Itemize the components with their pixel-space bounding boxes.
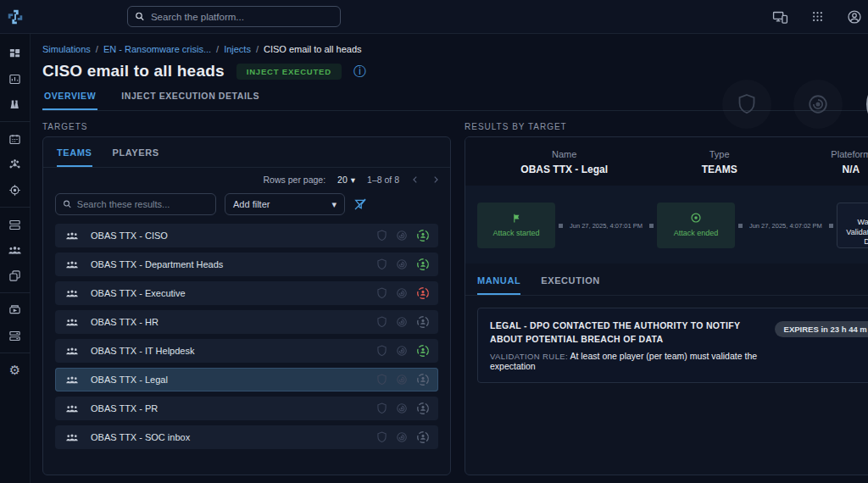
team-row[interactable]: OBAS TTX - Department Heads bbox=[55, 253, 438, 276]
team-row[interactable]: OBAS TTX - SOC inbox bbox=[55, 425, 438, 449]
expectation-card: LEGAL - DPO CONTACTED THE AUTHORITY TO N… bbox=[477, 308, 868, 383]
team-icon bbox=[65, 231, 79, 241]
timeline-step-attack-started[interactable]: Attack started bbox=[477, 203, 555, 248]
pagination: Rows per page: 20▾ 1–8 of 8 bbox=[43, 168, 450, 186]
results-search-input[interactable] bbox=[77, 199, 209, 209]
search-icon bbox=[135, 11, 145, 22]
rows-per-page-select[interactable]: 20▾ bbox=[337, 175, 355, 185]
team-row[interactable]: OBAS TTX - CISO bbox=[55, 224, 438, 247]
tab-manual[interactable]: MANUAL bbox=[477, 275, 520, 295]
prevention-icon[interactable] bbox=[376, 402, 387, 414]
tab-overview[interactable]: OVERVIEW bbox=[42, 91, 97, 110]
prevention-score-ring[interactable] bbox=[722, 80, 771, 129]
team-icon bbox=[65, 375, 79, 385]
human-validation-icon[interactable] bbox=[416, 258, 430, 271]
detection-icon[interactable] bbox=[396, 316, 408, 328]
breadcrumb-simulation[interactable]: EN - Ransomware crisis... bbox=[103, 44, 211, 54]
tab-inject-execution-details[interactable]: INJECT EXECUTION DETAILS bbox=[120, 91, 261, 110]
timeline-connector: Jun 27, 2025, 4:07:02 PM bbox=[735, 222, 837, 230]
detection-score-ring[interactable] bbox=[793, 80, 843, 129]
human-validation-icon[interactable] bbox=[416, 402, 430, 415]
rows-per-page-label: Rows per page: bbox=[264, 175, 326, 185]
expires-badge: EXPIRES in 23 h 44 m bbox=[775, 321, 868, 337]
add-filter-select[interactable]: Add filter▾ bbox=[225, 193, 345, 215]
settings-icon[interactable]: ⚙ bbox=[3, 358, 27, 383]
apps-grid-icon[interactable] bbox=[805, 4, 829, 30]
results-search[interactable] bbox=[55, 193, 216, 215]
teams-list: OBAS TTX - CISO OBAS TTX - Department He… bbox=[43, 220, 450, 449]
team-row[interactable]: OBAS TTX - Executive bbox=[55, 281, 438, 305]
team-row[interactable]: OBAS TTX - IT Helpdesk bbox=[55, 339, 438, 363]
prevention-icon[interactable] bbox=[376, 374, 387, 386]
breadcrumb-simulations[interactable]: Simulations bbox=[42, 44, 91, 54]
detection-icon[interactable] bbox=[396, 230, 408, 242]
detection-icon[interactable] bbox=[396, 345, 408, 357]
tab-players[interactable]: PLAYERS bbox=[113, 147, 159, 167]
meta-platform-label: Plateform bbox=[831, 149, 868, 159]
detection-icon[interactable] bbox=[396, 374, 408, 386]
detection-icon[interactable] bbox=[396, 258, 408, 270]
human-validation-icon[interactable] bbox=[416, 430, 430, 444]
prevention-icon[interactable] bbox=[376, 287, 387, 299]
human-validation-icon[interactable] bbox=[416, 286, 430, 300]
page-title: CISO email to all heads bbox=[42, 62, 225, 80]
team-row[interactable]: OBAS TTX - Legal bbox=[55, 368, 438, 391]
next-page-icon[interactable] bbox=[431, 175, 440, 184]
detection-icon[interactable] bbox=[396, 402, 408, 414]
human-validation-icon[interactable] bbox=[416, 344, 430, 358]
target-icon bbox=[690, 212, 702, 224]
detection-icon[interactable] bbox=[396, 287, 408, 299]
scenarios-icon[interactable] bbox=[3, 152, 27, 177]
prevention-icon[interactable] bbox=[376, 431, 387, 443]
info-icon[interactable]: ⓘ bbox=[353, 64, 366, 80]
findings-icon[interactable] bbox=[3, 92, 27, 117]
human-validation-icon[interactable] bbox=[416, 229, 430, 242]
meta-name-value: OBAS TTX - Legal bbox=[520, 164, 608, 175]
prevention-icon[interactable] bbox=[376, 258, 387, 270]
human-validation-icon[interactable] bbox=[416, 315, 430, 329]
nav-divider bbox=[0, 121, 31, 122]
team-name: OBAS TTX - Legal bbox=[91, 375, 376, 385]
account-icon[interactable] bbox=[843, 4, 866, 30]
simulations-icon[interactable] bbox=[3, 126, 27, 152]
team-name: OBAS TTX - SOC inbox bbox=[91, 432, 376, 442]
team-row[interactable]: OBAS TTX - PR bbox=[55, 397, 438, 420]
clear-filters-icon[interactable] bbox=[353, 197, 367, 211]
dashboard-icon[interactable] bbox=[3, 41, 27, 66]
team-name: OBAS TTX - HR bbox=[91, 317, 376, 327]
teams-icon[interactable] bbox=[3, 237, 27, 263]
platform-search-input[interactable] bbox=[151, 12, 333, 22]
payloads-icon[interactable] bbox=[3, 263, 27, 288]
devices-icon[interactable] bbox=[768, 4, 792, 30]
breadcrumb-injects[interactable]: Injects bbox=[224, 44, 251, 54]
tab-teams[interactable]: TEAMS bbox=[57, 147, 92, 167]
human-score-donut[interactable]: 4.2% 12.5% 83.3% bbox=[865, 75, 868, 134]
reports-icon[interactable] bbox=[3, 66, 27, 92]
shield-icon bbox=[737, 93, 757, 115]
platform-search[interactable] bbox=[127, 6, 341, 27]
status-badge: INJECT EXECUTED bbox=[236, 64, 342, 80]
platform-logo-icon[interactable] bbox=[0, 8, 31, 26]
integrations-icon[interactable] bbox=[3, 297, 27, 323]
detection-icon[interactable] bbox=[396, 431, 408, 443]
timeline-step-attack-ended[interactable]: Attack ended bbox=[657, 203, 735, 248]
team-icon bbox=[65, 433, 79, 442]
prev-page-icon[interactable] bbox=[411, 175, 420, 184]
atomic-testing-icon[interactable] bbox=[3, 177, 27, 203]
human-validation-icon[interactable] bbox=[416, 373, 430, 386]
prevention-icon[interactable] bbox=[376, 316, 387, 328]
search-icon bbox=[63, 199, 72, 209]
assets-icon[interactable] bbox=[3, 212, 27, 237]
team-row[interactable]: OBAS TTX - HR bbox=[55, 310, 438, 334]
meta-type-label: Type bbox=[702, 149, 737, 159]
prevention-icon[interactable] bbox=[376, 230, 387, 242]
team-name: OBAS TTX - PR bbox=[91, 403, 376, 414]
expectation-title: LEGAL - DPO CONTACTED THE AUTHORITY TO N… bbox=[490, 319, 765, 347]
prevention-icon[interactable] bbox=[376, 345, 387, 357]
results-card: Name OBAS TTX - Legal Type TEAMS Platefo… bbox=[465, 136, 868, 475]
timeline-step-waiting-validation[interactable]: Waiting for Validation Legal - DPO... bbox=[837, 203, 868, 248]
team-name: OBAS TTX - IT Helpdesk bbox=[91, 346, 376, 356]
team-icon bbox=[65, 318, 79, 327]
documents-icon[interactable] bbox=[3, 323, 27, 348]
tab-execution[interactable]: EXECUTION bbox=[541, 275, 600, 295]
